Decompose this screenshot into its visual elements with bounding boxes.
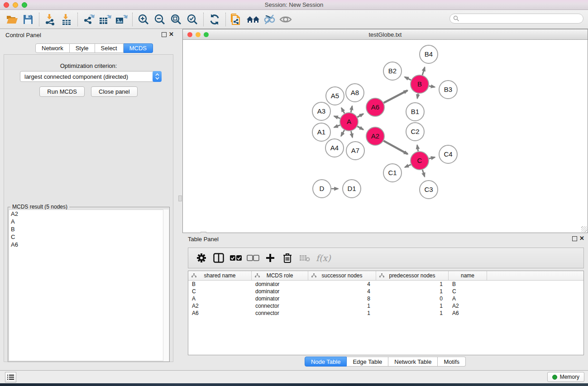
edge-A-A3[interactable]: [334, 116, 340, 119]
function-builder-icon[interactable]: f(x): [316, 253, 331, 263]
export-image-icon[interactable]: [113, 12, 129, 27]
close-panel-button[interactable]: Close panel: [91, 86, 138, 97]
column-header-name[interactable]: name: [449, 271, 487, 280]
zoom-out-icon[interactable]: [152, 12, 168, 27]
show-panels-list-icon[interactable]: [5, 372, 16, 382]
graph-node-A3[interactable]: A3: [312, 102, 330, 120]
table-settings-gear-icon[interactable]: [194, 250, 209, 266]
open-session-icon[interactable]: [4, 12, 20, 27]
graph-node-A5[interactable]: A5: [326, 87, 344, 105]
network-window-titlebar[interactable]: testGlobe.txt: [183, 29, 588, 40]
graph-node-A4[interactable]: A4: [325, 139, 344, 157]
export-table-icon[interactable]: [97, 12, 113, 27]
edge-C-C2[interactable]: [417, 145, 418, 152]
graph-node-A7[interactable]: A7: [346, 142, 364, 160]
edge-B-B4[interactable]: [422, 67, 425, 75]
graph-node-A8[interactable]: A8: [346, 84, 364, 102]
tab-network-table[interactable]: Network Table: [388, 357, 438, 367]
graph-node-C4[interactable]: C4: [439, 145, 457, 163]
export-network-icon[interactable]: [81, 12, 97, 27]
edge-B-B2[interactable]: [405, 77, 411, 80]
edge-C-C3[interactable]: [422, 170, 425, 176]
edge-B-B1[interactable]: [417, 94, 418, 99]
edge-B-B3[interactable]: [429, 86, 435, 87]
graph-node-C[interactable]: C: [411, 152, 429, 170]
edge-A-A5[interactable]: [341, 108, 344, 113]
column-header-shared-name[interactable]: shared name: [188, 271, 252, 280]
graph-node-D1[interactable]: D1: [343, 180, 361, 198]
edge-C-C4[interactable]: [429, 157, 435, 159]
graph-node-B2[interactable]: B2: [383, 62, 402, 80]
import-table-icon[interactable]: [58, 12, 75, 27]
delete-table-icon[interactable]: [297, 250, 312, 266]
mcds-result-list[interactable]: A2 A B C A6: [9, 210, 169, 361]
result-item[interactable]: C: [9, 233, 168, 241]
graph-node-B[interactable]: B: [411, 75, 429, 93]
result-scrollbar[interactable]: [163, 210, 169, 361]
save-session-icon[interactable]: [20, 12, 36, 27]
graph-node-B1[interactable]: B1: [406, 103, 424, 121]
graph-node-C2[interactable]: C2: [406, 123, 424, 141]
show-eye-icon[interactable]: [277, 12, 294, 27]
graph-node-A2[interactable]: A2: [366, 127, 384, 145]
network-graph[interactable]: B4B2BB3A5A8A6A3B1AA1C2A2A4A7C4CC1C3DD1: [183, 40, 588, 233]
column-header-successor-nodes[interactable]: successor nodes: [308, 271, 376, 280]
column-header-predecessor-nodes[interactable]: predecessor nodes: [376, 271, 449, 280]
criterion-dropdown[interactable]: largest connected component (directed): [20, 71, 162, 82]
delete-column-trash-icon[interactable]: [280, 250, 295, 266]
tab-mcds[interactable]: MCDS: [124, 43, 153, 53]
vertical-splitter-grip[interactable]: [178, 195, 182, 201]
memory-button[interactable]: Memory: [547, 372, 584, 382]
edge-A-A7[interactable]: [351, 131, 352, 138]
edge-C-C1[interactable]: [405, 165, 411, 167]
edge-A-A6[interactable]: [357, 114, 363, 117]
graph-node-A6[interactable]: A6: [366, 98, 384, 116]
result-item[interactable]: B: [9, 225, 168, 233]
result-item[interactable]: A2: [9, 210, 168, 218]
tab-node-table[interactable]: Node Table: [305, 357, 347, 367]
deselect-all-icon[interactable]: [245, 250, 261, 266]
graph-node-A[interactable]: A: [340, 113, 358, 131]
result-item[interactable]: A: [9, 218, 168, 225]
graph-node-B4[interactable]: B4: [420, 45, 438, 63]
tab-motifs[interactable]: Motifs: [438, 357, 466, 367]
graph-node-B3[interactable]: B3: [439, 81, 457, 99]
search-field[interactable]: [449, 14, 583, 24]
table-row[interactable]: Bdominator 41 B: [188, 281, 583, 288]
hide-glasses-icon[interactable]: [261, 12, 277, 27]
table-row[interactable]: A2connector 11 A2: [188, 302, 583, 310]
refresh-icon[interactable]: [206, 12, 223, 27]
column-header-mcds-role[interactable]: MCDS role: [252, 271, 308, 280]
close-panel-icon[interactable]: ✕: [169, 31, 174, 38]
zoom-selected-icon[interactable]: [184, 12, 201, 27]
float-panel-icon[interactable]: [162, 32, 167, 37]
graph-node-A1[interactable]: A1: [312, 123, 330, 141]
run-mcds-button[interactable]: Run MCDS: [39, 86, 85, 97]
table-row[interactable]: Adominator 80 A: [188, 295, 583, 302]
close-table-panel-icon[interactable]: ✕: [579, 235, 584, 242]
window-resize-grip[interactable]: [581, 226, 587, 232]
table-row[interactable]: Cdominator 41 C: [188, 288, 583, 295]
edge-A2-C[interactable]: [383, 141, 407, 154]
zoom-in-icon[interactable]: [135, 12, 152, 27]
tab-edge-table[interactable]: Edge Table: [347, 357, 388, 367]
edge-A-A8[interactable]: [351, 106, 352, 112]
edge-A6-B[interactable]: [384, 91, 408, 103]
table-row[interactable]: A6connector 11 A6: [188, 310, 583, 317]
column-chooser-icon[interactable]: [211, 250, 226, 266]
tab-network[interactable]: Network: [35, 43, 70, 53]
select-all-icon[interactable]: [228, 250, 244, 266]
graph-node-C1[interactable]: C1: [383, 164, 402, 182]
homes-icon[interactable]: [245, 12, 261, 27]
edge-A-A1[interactable]: [334, 125, 340, 127]
float-table-panel-icon[interactable]: [572, 236, 577, 241]
add-column-icon[interactable]: [263, 250, 278, 266]
edge-A-A2[interactable]: [357, 126, 363, 129]
graph-node-D[interactable]: D: [313, 180, 331, 198]
tab-style[interactable]: Style: [70, 43, 95, 53]
edge-A-A4[interactable]: [341, 130, 344, 136]
zoom-fit-icon[interactable]: [168, 12, 184, 27]
new-network-from-file-icon[interactable]: [229, 12, 245, 27]
graph-node-C3[interactable]: C3: [420, 181, 438, 199]
tab-select[interactable]: Select: [95, 43, 124, 53]
